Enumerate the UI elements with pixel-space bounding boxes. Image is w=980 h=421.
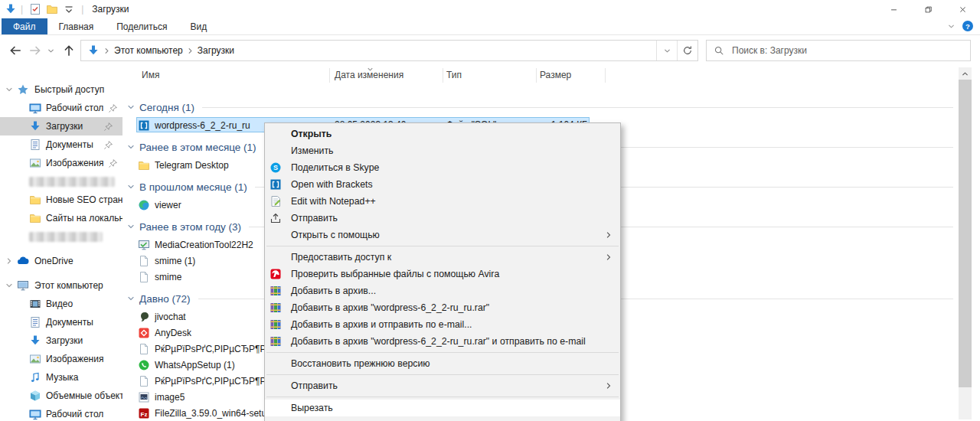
group-label: Ранее в этом месяце (1) [139, 142, 256, 153]
svg-text:?: ? [965, 22, 970, 31]
menu-item-открыть[interactable]: Открыть [265, 126, 620, 142]
chevron-down-icon[interactable] [947, 22, 956, 31]
breadcrumb-downloads[interactable]: Загрузки [198, 45, 234, 56]
pictures-icon [29, 157, 41, 169]
back-icon[interactable] [8, 44, 22, 57]
sidebar-item-label: Объемные объекты [46, 390, 122, 401]
column-header-type[interactable]: Тип [446, 70, 462, 80]
help-icon[interactable]: ? [962, 20, 974, 32]
minimize-button[interactable] [877, 0, 911, 18]
menu-item-добавить-в-архив-wordpress-6-2-2-ru-ru-rar[interactable]: Добавить в архив "wordpress-6_2_2-ru_ru.… [265, 299, 620, 316]
sidebar-item-рабочий-стол[interactable]: Рабочий стол [0, 99, 122, 117]
address-bar[interactable]: Этот компьютер Загрузки [80, 40, 698, 61]
sidebar-item-рабочий-стол[interactable]: Рабочий стол [0, 405, 122, 421]
menu-item-восстановить-прежнюю-версию[interactable]: Восстановить прежнюю версию [265, 355, 620, 372]
winrar-icon [270, 318, 282, 331]
menu-item-добавить-в-архив[interactable]: Добавить в архив... [265, 282, 620, 299]
file-name: MediaCreationTool22H2 [155, 240, 253, 250]
tab-home[interactable]: Главная [47, 18, 106, 34]
chevron-right-icon [604, 230, 613, 240]
file-name: viewer [155, 200, 181, 210]
file-name-cell: smime (1) [138, 253, 195, 269]
column-header-size[interactable]: Размер [540, 70, 571, 80]
search-box [706, 40, 971, 61]
skype-icon: S [270, 162, 286, 174]
sidebar-item-onedrive[interactable]: OneDrive [0, 252, 122, 270]
maximize-button[interactable] [911, 0, 946, 18]
menu-item-изменить[interactable]: Изменить [265, 142, 620, 159]
sidebar-item-этот-компьютер[interactable]: Этот компьютер [0, 276, 122, 295]
file-name: image5 [155, 392, 185, 403]
menu-icon-slot [270, 402, 286, 414]
refresh-button[interactable] [677, 41, 697, 60]
breadcrumb-this-pc[interactable]: Этот компьютер [114, 45, 183, 56]
qat-new-folder-button[interactable] [44, 3, 60, 14]
sidebar-item-загрузки[interactable]: Загрузки [0, 117, 122, 135]
brackets-file-icon [138, 119, 150, 132]
file-name: smime [155, 272, 181, 282]
vertical-scrollbar[interactable] [959, 67, 972, 419]
sidebar-item-label: Новые SEO страниц [46, 194, 122, 205]
chevron-right-icon[interactable] [186, 47, 194, 55]
menu-item-label: Добавить в архив "wordpress-6_2_2-ru_ru.… [291, 336, 586, 347]
menu-item-edit-with-notepad[interactable]: Edit with Notepad++ [265, 193, 620, 210]
file-name: Telegram Desktop [155, 160, 229, 171]
scrollbar-thumb[interactable] [959, 80, 972, 387]
qat-properties-button[interactable] [27, 3, 44, 14]
sidebar-item-объемные-объекты[interactable]: Объемные объекты [0, 387, 122, 405]
address-dropdown-button[interactable] [656, 41, 677, 60]
sidebar-item-документы[interactable]: Документы [0, 313, 122, 331]
menu-item-открыть-с-помощью[interactable]: Открыть с помощью [265, 227, 620, 243]
menu-item-добавить-в-архив-wordpress-6-2-2-ru-ru-rar-и-отправить-по-e-mail[interactable]: Добавить в архив "wordpress-6_2_2-ru_ru.… [265, 333, 620, 350]
folder-icon [29, 194, 41, 206]
sidebar-item-redacted[interactable] [0, 227, 122, 246]
sidebar-item-redacted[interactable] [0, 172, 122, 191]
pictures-icon [29, 353, 41, 365]
file-name: FileZilla_3.59.0_win64-setup [155, 408, 272, 419]
search-input[interactable] [730, 44, 970, 57]
sidebar-item-изображения[interactable]: Изображения [0, 350, 122, 368]
menu-item-отправить[interactable]: Отправить [265, 377, 620, 394]
menu-icon-slot [270, 128, 286, 140]
menu-item-копировать[interactable]: Копировать [265, 416, 620, 421]
svg-text:S: S [273, 164, 278, 171]
chevron-right-icon[interactable] [103, 47, 111, 55]
whatsapp-icon [138, 359, 150, 371]
menu-item-отправить[interactable]: Отправить [265, 210, 620, 227]
sidebar-item-label: Загрузки [46, 335, 83, 346]
tab-share[interactable]: Поделиться [105, 18, 178, 34]
sidebar-item-музыка[interactable]: Музыка [0, 368, 122, 387]
close-button[interactable] [946, 0, 980, 18]
qat-separator: | [81, 4, 83, 15]
menu-item-поделиться-в-skype[interactable]: SПоделиться в Skype [265, 159, 620, 176]
menu-item-проверить-выбранные-файлы-с-помощью-avira[interactable]: Проверить выбранные файлы с помощью Avir… [265, 266, 620, 282]
menu-item-open-with-brackets[interactable]: Open with Brackets [265, 176, 620, 193]
sidebar-item-видео[interactable]: Видео [0, 295, 122, 313]
qat-customize-qat-button[interactable] [60, 3, 77, 14]
menu-icon-slot [270, 251, 286, 263]
group-label: Ранее в этом году (3) [139, 221, 241, 233]
menu-item-добавить-в-архив-и-отправить-по-e-mail[interactable]: Добавить в архив и отправить по e-mail..… [265, 316, 620, 333]
group-header-сегодня-1[interactable]: Сегодня (1) [122, 97, 980, 117]
scroll-up-button[interactable] [959, 67, 972, 80]
chevron-down-icon[interactable] [47, 47, 55, 55]
sidebar-item-быстрый-доступ[interactable]: Быстрый доступ [0, 80, 122, 99]
brackets-icon [270, 178, 282, 191]
column-header-date[interactable]: Дата изменения [335, 70, 403, 80]
menu-item-предоставить-доступ-к[interactable]: Предоставить доступ к [265, 249, 620, 266]
menu-item-label: Open with Brackets [291, 179, 373, 190]
up-icon[interactable] [62, 44, 76, 57]
tab-view[interactable]: Вид [178, 18, 218, 34]
downloads-icon [29, 120, 41, 132]
sidebar-item-новые-seo-страниц[interactable]: Новые SEO страниц [0, 191, 122, 209]
menu-item-label: Добавить в архив "wordpress-6_2_2-ru_ru.… [291, 302, 489, 313]
forward-icon[interactable] [28, 44, 42, 57]
sidebar-item-изображения[interactable]: Изображения [0, 154, 122, 172]
title-bar[interactable]: | | Загрузки [0, 0, 980, 18]
sidebar-item-документы[interactable]: Документы [0, 135, 122, 154]
sidebar-item-загрузки[interactable]: Загрузки [0, 331, 122, 350]
column-header-name[interactable]: Имя [142, 70, 159, 80]
sidebar-item-сайты-на-локально[interactable]: Сайты на локально [0, 209, 122, 227]
tab-file[interactable]: Файл [2, 18, 47, 34]
menu-item-вырезать[interactable]: Вырезать [265, 400, 620, 416]
